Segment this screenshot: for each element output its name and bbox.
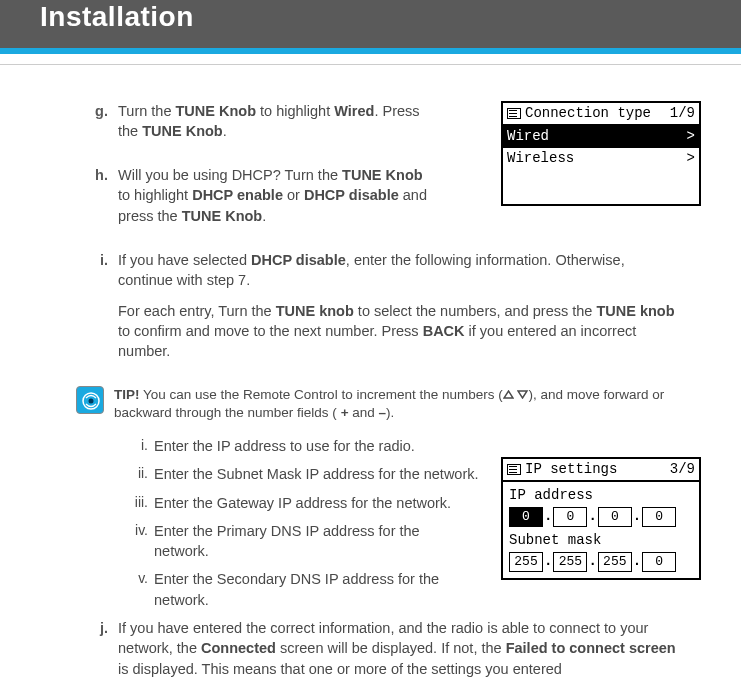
lcd-title-text: IP settings bbox=[525, 460, 617, 480]
list-icon bbox=[507, 464, 521, 475]
subnet-mask-fields: 255. 255. 255. 0 bbox=[509, 552, 693, 572]
step-body: If you have selected DHCP disable, enter… bbox=[118, 250, 678, 371]
lcd-body: Wired > Wireless > bbox=[503, 126, 699, 204]
ip-octet-2[interactable]: 0 bbox=[553, 507, 587, 527]
tip-text: TIP! You can use the Remote Control to i… bbox=[114, 386, 674, 422]
page-title: Installation bbox=[40, 0, 741, 34]
tip-callout: TIP! You can use the Remote Control to i… bbox=[40, 386, 701, 422]
lcd-screen-connection-type: Connection type 1/9 Wired > Wireless > bbox=[501, 101, 701, 207]
list-icon bbox=[507, 108, 521, 119]
step-j: j. If you have entered the correct infor… bbox=[40, 618, 701, 689]
lcd-row-wireless[interactable]: Wireless > bbox=[503, 148, 699, 170]
chevron-right-icon: > bbox=[687, 127, 695, 147]
lcd-screen-ip-settings: IP settings 3/9 IP address 0. 0. 0. 0 Su… bbox=[501, 457, 701, 580]
lcd-body: IP address 0. 0. 0. 0 Subnet mask 255. 2… bbox=[503, 482, 699, 578]
lcd-title-bar: Connection type 1/9 bbox=[503, 103, 699, 127]
ip-address-label: IP address bbox=[509, 486, 693, 506]
ip-octet-3[interactable]: 0 bbox=[598, 507, 632, 527]
chevron-right-icon: > bbox=[687, 149, 695, 169]
ip-octet-4[interactable]: 0 bbox=[642, 507, 676, 527]
step-body: Will you be using DHCP? Turn the TUNE Kn… bbox=[118, 165, 438, 236]
subnet-octet-4[interactable]: 0 bbox=[642, 552, 676, 572]
step-label: i. bbox=[90, 250, 118, 270]
header-divider bbox=[0, 64, 741, 65]
page-header: Installation bbox=[0, 0, 741, 48]
step-body: Turn the TUNE Knob to highlight Wired. P… bbox=[118, 101, 438, 152]
subnet-octet-3[interactable]: 255 bbox=[598, 552, 632, 572]
lcd-row-wired[interactable]: Wired > bbox=[503, 126, 699, 148]
subnet-octet-2[interactable]: 255 bbox=[553, 552, 587, 572]
down-arrow-icon bbox=[517, 386, 528, 404]
lcd-page-indicator: 3/9 bbox=[670, 460, 695, 480]
step-label: j. bbox=[90, 618, 118, 638]
ip-address-fields: 0. 0. 0. 0 bbox=[509, 507, 693, 527]
lcd-title-text: Connection type bbox=[525, 104, 651, 124]
step-label: h. bbox=[90, 165, 118, 185]
subnet-mask-label: Subnet mask bbox=[509, 531, 693, 551]
step-body: If you have entered the correct informat… bbox=[118, 618, 678, 689]
lcd-title-bar: IP settings 3/9 bbox=[503, 459, 699, 483]
tip-icon bbox=[76, 386, 104, 414]
step-label: g. bbox=[90, 101, 118, 121]
lcd-page-indicator: 1/9 bbox=[670, 104, 695, 124]
up-arrow-icon bbox=[503, 386, 514, 404]
step-i: i. If you have selected DHCP disable, en… bbox=[40, 250, 701, 371]
svg-point-1 bbox=[89, 398, 94, 403]
subnet-octet-1[interactable]: 255 bbox=[509, 552, 543, 572]
substep-i: i. Enter the IP address to use for the r… bbox=[130, 436, 701, 456]
header-accent-bar bbox=[0, 48, 741, 54]
content-area: Connection type 1/9 Wired > Wireless > I… bbox=[0, 101, 741, 691]
ip-octet-1[interactable]: 0 bbox=[509, 507, 543, 527]
